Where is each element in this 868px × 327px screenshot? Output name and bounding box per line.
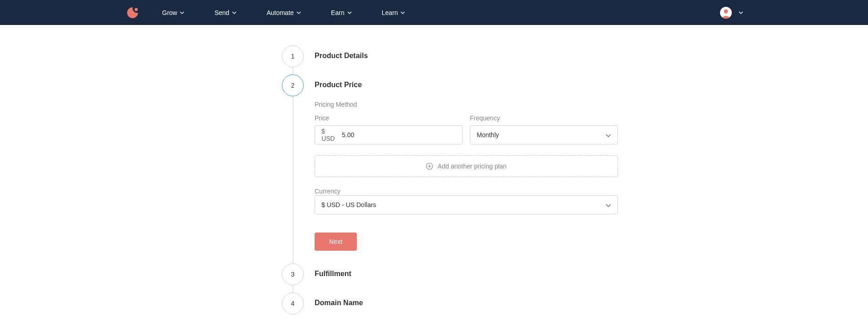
step-4-title: Domain Name [315,292,363,307]
chevron-down-icon [347,10,352,15]
step-1-circle[interactable]: 1 [282,45,304,67]
step-number: 4 [291,300,295,307]
nav-label: Automate [266,9,294,16]
next-button-label: Next [329,238,342,245]
step-number: 1 [291,53,295,60]
price-input-wrapper[interactable]: $ USD [315,125,463,144]
top-navbar: Grow Send Automate Earn Learn [0,0,868,25]
logo[interactable] [125,5,140,20]
step-number: 2 [291,82,295,89]
step-2-title: Product Price [315,74,362,89]
currency-value: $ USD - US Dollars [321,201,376,208]
nav-label: Earn [331,9,345,16]
svg-point-0 [135,8,138,11]
stepper: 1 Product Details 2 Product Price Pricin… [282,45,618,314]
step-4-row: 4 Domain Name [282,292,618,314]
nav-item-grow[interactable]: Grow [154,9,192,16]
avatar[interactable] [720,7,732,19]
add-pricing-plan-button[interactable]: Add another pricing plan [315,155,618,177]
nav-item-automate[interactable]: Automate [258,9,309,16]
svg-point-2 [724,9,728,13]
price-label: Price [315,114,463,122]
nav-item-learn[interactable]: Learn [374,9,414,16]
frequency-group: Frequency Monthly [470,114,618,144]
price-group: Price $ USD [315,114,463,144]
account-chevron-icon[interactable] [739,10,743,15]
price-input[interactable] [342,131,456,139]
chevron-down-icon [180,10,184,15]
step-2-row: 2 Product Price [282,74,618,96]
nav-item-earn[interactable]: Earn [323,9,360,16]
navbar-right [720,7,743,19]
main-content: 1 Product Details 2 Product Price Pricin… [116,25,752,327]
logo-icon [125,5,140,20]
step-1-title: Product Details [315,45,368,60]
currency-group: Currency $ USD - US Dollars [315,187,618,214]
step-3-title: Fulfillment [315,263,351,278]
nav-label: Grow [162,9,177,16]
step-3-row: 3 Fulfillment [282,263,618,285]
nav-label: Send [214,9,229,16]
add-plan-label: Add another pricing plan [438,163,507,170]
step-number: 3 [291,271,295,278]
price-frequency-row: Price $ USD Frequency Monthly [315,114,618,144]
step-1-row: 1 Product Details [282,45,618,67]
avatar-icon [720,7,732,19]
chevron-down-icon [606,131,611,139]
frequency-select[interactable]: Monthly [470,125,618,144]
nav-item-send[interactable]: Send [206,9,245,16]
currency-label: Currency [315,188,340,195]
price-prefix: $ USD [321,128,337,142]
step-2-content: Pricing Method Price $ USD Frequency Mon… [282,96,618,263]
currency-select[interactable]: $ USD - US Dollars [315,195,618,214]
frequency-value: Monthly [477,131,499,139]
chevron-down-icon [606,201,611,209]
step-connector [293,96,293,263]
next-button[interactable]: Next [315,233,357,251]
plus-circle-icon [426,163,433,170]
nav-label: Learn [382,9,398,16]
navbar-left: Grow Send Automate Earn Learn [125,5,413,20]
step-4-circle[interactable]: 4 [282,292,304,314]
frequency-label: Frequency [470,114,618,122]
chevron-down-icon [232,10,237,15]
step-3-circle[interactable]: 3 [282,263,304,285]
step-2-circle[interactable]: 2 [282,74,304,96]
pricing-method-label: Pricing Method [315,101,618,108]
chevron-down-icon [400,10,405,15]
chevron-down-icon [296,10,301,15]
